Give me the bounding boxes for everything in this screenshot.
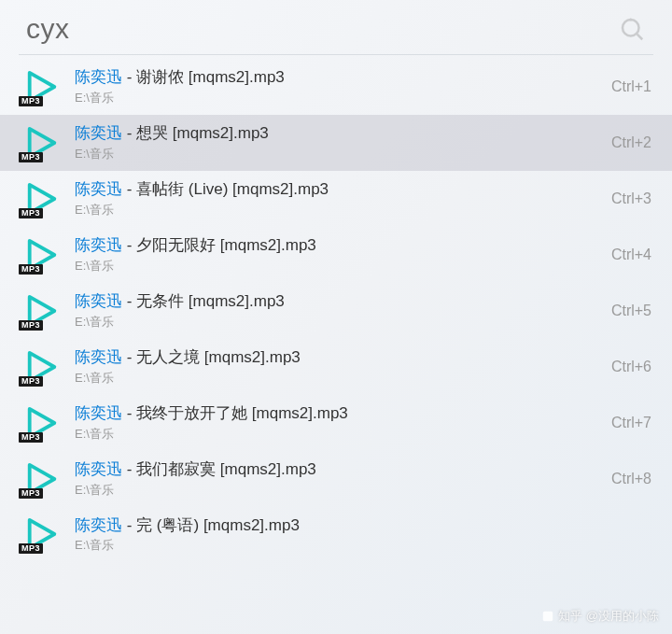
play-icon: MP3 [24, 237, 60, 273]
result-filename: 想哭 [mqms2].mp3 [136, 124, 269, 142]
result-title: 陈奕迅 - 我们都寂寞 [mqms2].mp3 [75, 459, 600, 481]
play-icon: MP3 [24, 405, 60, 441]
result-artist: 陈奕迅 [75, 348, 122, 366]
result-filename: 喜帖街 (Live) [mqms2].mp3 [136, 180, 329, 198]
svg-point-0 [623, 20, 639, 36]
result-title: 陈奕迅 - 我终于放开了她 [mqms2].mp3 [75, 403, 600, 425]
svg-rect-21 [543, 612, 553, 622]
result-path: E:\音乐 [75, 202, 600, 218]
result-artist: 陈奕迅 [75, 516, 122, 534]
title-separator: - [122, 180, 136, 198]
result-title: 陈奕迅 - 想哭 [mqms2].mp3 [75, 123, 600, 145]
result-title: 陈奕迅 - 夕阳无限好 [mqms2].mp3 [75, 235, 600, 257]
result-meta: 陈奕迅 - 喜帖街 (Live) [mqms2].mp3E:\音乐 [75, 179, 600, 218]
svg-line-1 [637, 35, 643, 40]
play-icon: MP3 [24, 349, 60, 385]
result-artist: 陈奕迅 [75, 68, 122, 86]
result-meta: 陈奕迅 - 谢谢侬 [mqms2].mp3E:\音乐 [75, 67, 600, 106]
result-row[interactable]: MP3陈奕迅 - 喜帖街 (Live) [mqms2].mp3E:\音乐Ctrl… [0, 171, 672, 227]
result-meta: 陈奕迅 - 无人之境 [mqms2].mp3E:\音乐 [75, 347, 600, 387]
result-artist: 陈奕迅 [75, 236, 122, 254]
result-artist: 陈奕迅 [75, 124, 122, 142]
result-filename: 谢谢侬 [mqms2].mp3 [136, 68, 285, 86]
mp3-badge: MP3 [19, 376, 43, 387]
result-meta: 陈奕迅 - 想哭 [mqms2].mp3E:\音乐 [75, 123, 600, 162]
mp3-badge: MP3 [19, 264, 43, 275]
play-icon: MP3 [24, 461, 60, 497]
result-shortcut: Ctrl+2 [611, 134, 651, 151]
play-icon: MP3 [24, 181, 60, 217]
result-row[interactable]: MP3陈奕迅 - 我终于放开了她 [mqms2].mp3E:\音乐Ctrl+7 [0, 395, 672, 451]
result-filename: 无条件 [mqms2].mp3 [136, 292, 285, 310]
result-list: MP3陈奕迅 - 谢谢侬 [mqms2].mp3E:\音乐Ctrl+1MP3陈奕… [0, 59, 672, 562]
title-separator: - [122, 124, 136, 142]
result-shortcut: Ctrl+5 [611, 303, 651, 319]
result-path: E:\音乐 [75, 146, 600, 162]
result-filename: 无人之境 [mqms2].mp3 [136, 348, 301, 366]
result-shortcut: Ctrl+7 [611, 415, 651, 431]
mp3-badge: MP3 [19, 320, 43, 331]
result-meta: 陈奕迅 - 夕阳无限好 [mqms2].mp3E:\音乐 [75, 235, 600, 275]
result-filename: 夕阳无限好 [mqms2].mp3 [136, 236, 316, 254]
result-meta: 陈奕迅 - 我终于放开了她 [mqms2].mp3E:\音乐 [75, 403, 600, 443]
result-artist: 陈奕迅 [75, 460, 122, 478]
mp3-badge: MP3 [19, 96, 43, 106]
result-title: 陈奕迅 - 谢谢侬 [mqms2].mp3 [75, 67, 600, 89]
title-separator: - [122, 68, 136, 86]
title-separator: - [122, 460, 136, 478]
result-row[interactable]: MP3陈奕迅 - 夕阳无限好 [mqms2].mp3E:\音乐Ctrl+4 [0, 227, 672, 283]
mp3-badge: MP3 [19, 208, 43, 218]
title-separator: - [122, 516, 136, 534]
result-shortcut: Ctrl+8 [611, 471, 651, 487]
mp3-badge: MP3 [19, 543, 43, 554]
title-separator: - [122, 404, 136, 422]
search-icon[interactable] [618, 15, 646, 43]
result-meta: 陈奕迅 - 完 (粤语) [mqms2].mp3E:\音乐 [75, 515, 640, 555]
result-meta: 陈奕迅 - 无条件 [mqms2].mp3E:\音乐 [75, 291, 600, 331]
result-path: E:\音乐 [75, 370, 600, 387]
result-path: E:\音乐 [75, 90, 600, 106]
result-path: E:\音乐 [75, 482, 600, 499]
result-row[interactable]: MP3陈奕迅 - 想哭 [mqms2].mp3E:\音乐Ctrl+2 [0, 115, 672, 171]
result-shortcut: Ctrl+3 [611, 190, 651, 207]
result-title: 陈奕迅 - 完 (粤语) [mqms2].mp3 [75, 515, 640, 537]
mp3-badge: MP3 [19, 488, 43, 499]
result-artist: 陈奕迅 [75, 180, 122, 198]
mp3-badge: MP3 [19, 152, 43, 162]
result-row[interactable]: MP3陈奕迅 - 无人之境 [mqms2].mp3E:\音乐Ctrl+6 [0, 339, 672, 395]
result-row[interactable]: MP3陈奕迅 - 完 (粤语) [mqms2].mp3E:\音乐 [0, 507, 672, 563]
result-path: E:\音乐 [75, 258, 600, 275]
result-shortcut: Ctrl+1 [611, 78, 651, 95]
result-filename: 完 (粤语) [mqms2].mp3 [136, 516, 300, 534]
result-meta: 陈奕迅 - 我们都寂寞 [mqms2].mp3E:\音乐 [75, 459, 600, 499]
result-title: 陈奕迅 - 喜帖街 (Live) [mqms2].mp3 [75, 179, 600, 201]
result-path: E:\音乐 [75, 537, 640, 554]
play-icon: MP3 [24, 293, 60, 329]
divider [19, 54, 653, 55]
result-artist: 陈奕迅 [75, 292, 122, 310]
play-icon: MP3 [24, 125, 60, 161]
title-separator: - [122, 348, 136, 366]
svg-point-2 [629, 19, 632, 21]
title-separator: - [122, 236, 136, 254]
result-row[interactable]: MP3陈奕迅 - 无条件 [mqms2].mp3E:\音乐Ctrl+5 [0, 283, 672, 339]
watermark-text: 知乎 @没用的小陈 [558, 608, 659, 625]
play-icon: MP3 [24, 516, 60, 552]
result-row[interactable]: MP3陈奕迅 - 谢谢侬 [mqms2].mp3E:\音乐Ctrl+1 [0, 59, 672, 115]
result-artist: 陈奕迅 [75, 404, 122, 422]
result-filename: 我终于放开了她 [mqms2].mp3 [136, 404, 348, 422]
result-title: 陈奕迅 - 无人之境 [mqms2].mp3 [75, 347, 600, 369]
title-separator: - [122, 292, 136, 310]
result-path: E:\音乐 [75, 426, 600, 443]
search-query[interactable]: cyx [26, 13, 70, 45]
result-shortcut: Ctrl+4 [611, 247, 651, 263]
watermark: 知乎 @没用的小陈 [541, 608, 659, 625]
mp3-badge: MP3 [19, 432, 43, 443]
result-title: 陈奕迅 - 无条件 [mqms2].mp3 [75, 291, 600, 313]
play-icon: MP3 [24, 69, 60, 105]
result-filename: 我们都寂寞 [mqms2].mp3 [136, 460, 316, 478]
result-shortcut: Ctrl+6 [611, 359, 651, 375]
header: cyx [0, 0, 672, 54]
result-path: E:\音乐 [75, 314, 600, 331]
result-row[interactable]: MP3陈奕迅 - 我们都寂寞 [mqms2].mp3E:\音乐Ctrl+8 [0, 451, 672, 507]
